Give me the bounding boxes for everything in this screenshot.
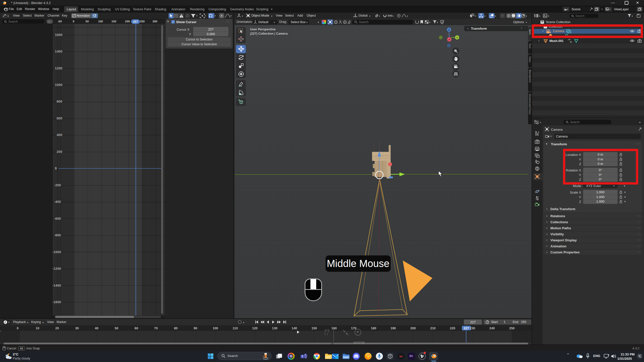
svg-text:T: T: [302, 355, 303, 358]
svg-text:MZ: MZ: [399, 355, 403, 358]
svg-text:TUNG: TUNG: [344, 357, 348, 358]
